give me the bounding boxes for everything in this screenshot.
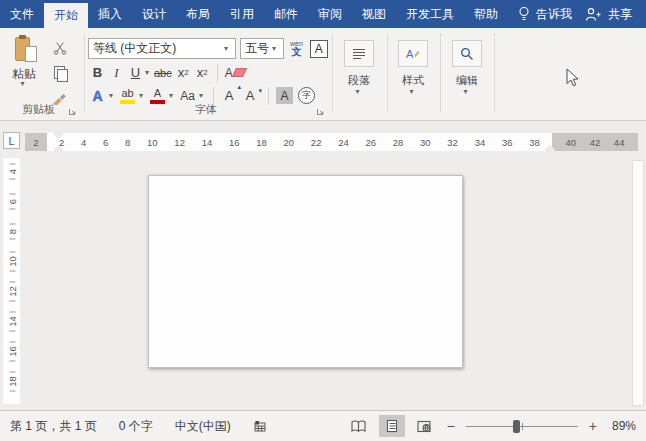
ruler-number: 42 xyxy=(590,137,601,148)
page-number-status[interactable]: 第 1 页，共 1 页 xyxy=(10,418,97,435)
tab-help[interactable]: 帮助 xyxy=(464,0,508,28)
chevron-down-icon xyxy=(272,46,279,51)
ruler-number: 6 xyxy=(103,137,108,148)
share-label: 共享 xyxy=(608,6,632,23)
zoom-out-button[interactable]: − xyxy=(445,418,457,434)
zoom-in-button[interactable]: + xyxy=(587,418,599,434)
styles-group[interactable]: A 样式 xyxy=(386,28,440,121)
ruler-number: 16 xyxy=(3,336,20,366)
clipboard-group-label: 剪贴板 xyxy=(22,102,55,117)
zoom-slider[interactable] xyxy=(466,426,578,427)
font-dialog-launcher[interactable] xyxy=(316,107,325,116)
tell-me-control[interactable]: 告诉我 xyxy=(508,0,582,28)
tab-mailings[interactable]: 邮件 xyxy=(264,0,308,28)
highlight-dropdown-arrow[interactable] xyxy=(139,93,146,98)
tell-me-label: 告诉我 xyxy=(536,6,572,23)
ribbon: 粘贴 xyxy=(0,28,646,121)
character-border-button[interactable]: A xyxy=(310,40,328,58)
clipboard-dialog-launcher[interactable] xyxy=(68,107,77,116)
enclose-characters-button[interactable]: 字 xyxy=(298,87,315,104)
tab-layout[interactable]: 布局 xyxy=(176,0,220,28)
superscript-button[interactable]: x2 xyxy=(193,62,212,83)
styles-icon: A xyxy=(398,40,428,67)
read-mode-button[interactable] xyxy=(346,415,372,437)
ruler-body[interactable]: 2468101214161820222426283032343638 xyxy=(47,133,552,151)
ruler-number: 28 xyxy=(393,137,404,148)
paragraph-group[interactable]: 段落 xyxy=(332,28,386,121)
ruler-number: 26 xyxy=(365,137,376,148)
share-button[interactable]: 共享 xyxy=(585,0,646,28)
grow-font-button[interactable]: A xyxy=(221,85,240,106)
font-name-combo[interactable]: 等线 (中文正文) xyxy=(88,38,236,59)
ruler-number: 6 xyxy=(3,186,20,216)
tab-stop-selector[interactable]: L xyxy=(3,132,20,149)
status-bar: 第 1 页，共 1 页 0 个字 中文(中国) xyxy=(0,410,646,441)
phonetic-guide-button[interactable]: wén 文 xyxy=(290,40,303,57)
vertical-ruler[interactable]: 4681012141618 xyxy=(3,158,20,404)
ruler-left-margin: 2 xyxy=(25,133,47,151)
tab-insert[interactable]: 插入 xyxy=(88,0,132,28)
tab-references[interactable]: 引用 xyxy=(220,0,264,28)
document-page[interactable] xyxy=(148,175,463,368)
paragraph-dropdown-arrow xyxy=(356,89,363,94)
web-layout-button[interactable] xyxy=(412,415,438,437)
highlight-yellow-bar xyxy=(120,100,135,104)
tab-home[interactable]: 开始 xyxy=(44,3,88,28)
print-layout-button[interactable] xyxy=(379,415,405,437)
cut-button[interactable] xyxy=(47,37,73,58)
ruler-number: 36 xyxy=(502,137,513,148)
copy-button[interactable] xyxy=(47,62,73,83)
text-effects-dropdown-arrow[interactable] xyxy=(109,93,116,98)
ruler-number: 4 xyxy=(81,137,86,148)
word-window: 文件 开始 插入 设计 布局 引用 邮件 审阅 视图 开发工具 帮助 告诉我 共… xyxy=(0,0,646,441)
styles-dropdown-arrow xyxy=(410,89,417,94)
ruler-number: 18 xyxy=(256,137,267,148)
proofing-status-icon[interactable] xyxy=(253,420,267,433)
zoom-level[interactable]: 89% xyxy=(606,419,636,433)
font-color-dropdown-arrow[interactable] xyxy=(169,93,176,98)
ruler-number: 14 xyxy=(3,306,20,336)
ruler-number: 12 xyxy=(3,276,20,306)
editing-group[interactable]: 编辑 xyxy=(440,28,494,121)
font-group-label: 字体 xyxy=(195,102,217,117)
tab-design[interactable]: 设计 xyxy=(132,0,176,28)
ruler-right-margin: 404244 xyxy=(552,133,638,151)
ruler-number: 16 xyxy=(229,137,240,148)
tab-developer[interactable]: 开发工具 xyxy=(396,0,464,28)
language-status[interactable]: 中文(中国) xyxy=(175,418,231,435)
clear-formatting-button[interactable]: A xyxy=(223,62,247,83)
ruler-number: 30 xyxy=(420,137,431,148)
highlight-color-button[interactable]: ab xyxy=(118,85,137,106)
paste-button[interactable]: 粘贴 xyxy=(5,36,43,86)
ruler-number: 38 xyxy=(529,137,540,148)
subscript-button[interactable]: x2 xyxy=(174,62,193,83)
ruler-number: 2 xyxy=(59,137,64,148)
document-area: 4681012141618 xyxy=(0,158,646,410)
underline-dropdown-arrow[interactable] xyxy=(145,70,152,75)
ruler-number: 14 xyxy=(202,137,213,148)
underline-button[interactable]: U xyxy=(126,62,145,83)
strikethrough-button[interactable]: abc xyxy=(152,62,174,83)
italic-button[interactable]: I xyxy=(107,62,126,83)
word-count-status[interactable]: 0 个字 xyxy=(119,418,153,435)
change-case-dropdown-arrow[interactable] xyxy=(199,93,206,98)
zoom-slider-thumb[interactable] xyxy=(513,420,520,433)
font-size-combo[interactable]: 五号 xyxy=(240,38,284,59)
tab-review[interactable]: 审阅 xyxy=(308,0,352,28)
chevron-down-icon xyxy=(224,46,231,51)
ruler-number: 10 xyxy=(147,137,158,148)
ruler-number: 32 xyxy=(447,137,458,148)
character-shading-button[interactable]: A xyxy=(276,87,293,104)
tab-view[interactable]: 视图 xyxy=(352,0,396,28)
horizontal-ruler[interactable]: 2 2468101214161820222426283032343638 404… xyxy=(25,133,638,151)
ruler-number: 22 xyxy=(311,137,322,148)
bold-button[interactable]: B xyxy=(88,62,107,83)
font-color-button[interactable]: A xyxy=(148,85,167,106)
text-effects-button[interactable]: A xyxy=(88,85,107,106)
tab-file[interactable]: 文件 xyxy=(0,0,44,28)
ruler-number: 20 xyxy=(284,137,295,148)
mouse-cursor xyxy=(566,68,580,88)
shrink-font-button[interactable]: A xyxy=(242,85,261,106)
share-person-icon xyxy=(585,7,602,22)
vertical-scrollbar[interactable] xyxy=(632,160,644,406)
